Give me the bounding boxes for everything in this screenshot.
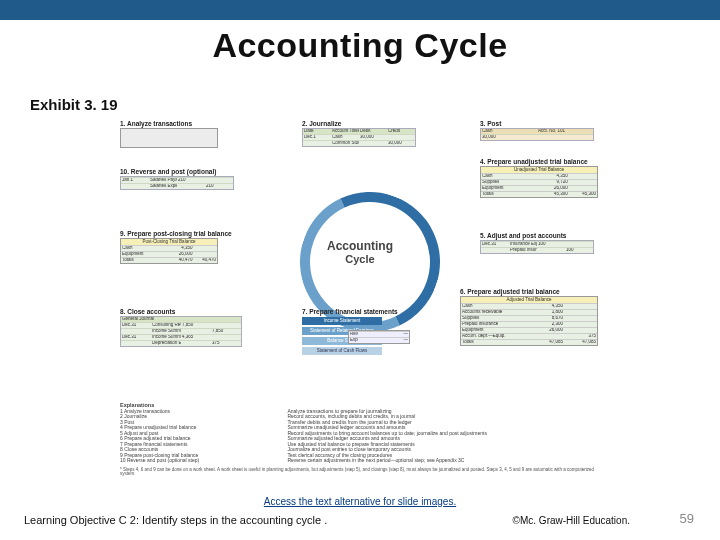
text-alternative-link[interactable]: Access the text alternative for slide im… <box>264 496 456 507</box>
step-4-unadj-tb: 4. Prepare unadjusted trial balance Unad… <box>480 158 600 198</box>
post-tb-table: Post-Closing Trial Balance Cash4,350 Equ… <box>120 238 218 264</box>
copyright-text: ©Mc. Graw-Hill Education. <box>513 515 630 526</box>
accounting-cycle-figure: 1. Analyze transactions 2. Journalize Da… <box>120 120 600 470</box>
step-10-title: 10. Reverse and post (optional) <box>120 168 250 175</box>
page-number: 59 <box>680 511 694 526</box>
step-2-title: 2. Journalize <box>302 120 422 127</box>
top-bar <box>0 0 720 20</box>
reverse-entry: Jan.1Salaries Payable210 Salaries Expens… <box>120 176 234 190</box>
closing-entries: General Journal Dec.31Consulting Revenue… <box>120 316 242 347</box>
step-6-title: 6. Prepare adjusted trial balance <box>460 288 600 295</box>
explanations-block: Explanations 1 Analyze transactions 2 Jo… <box>120 402 600 477</box>
learning-objective: Learning Objective C 2: Identify steps i… <box>24 514 327 526</box>
step-5-title: 5. Adjust and post accounts <box>480 232 600 239</box>
step-8-close: 8. Close accounts General Journal Dec.31… <box>120 308 250 347</box>
unadj-tb-table: Unadjusted Trial Balance Cash4,350 Suppl… <box>480 166 598 198</box>
col-date: Date <box>303 129 331 134</box>
step-4-title: 4. Prepare unadjusted trial balance <box>480 158 600 165</box>
col-cr: Credit <box>387 129 415 134</box>
exhibit-label: Exhibit 3. 19 <box>30 96 118 113</box>
step-9-title: 9. Prepare post-closing trial balance <box>120 230 250 237</box>
explain-right-col: Analyze transactions to prepare for jour… <box>287 409 587 464</box>
step-10-reverse: 10. Reverse and post (optional) Jan.1Sal… <box>120 168 250 190</box>
adj-tb-table: Adjusted Trial Balance Cash4,350 Account… <box>460 296 598 346</box>
step-7-title: 7. Prepare financial statements <box>302 308 398 315</box>
step-1-analyze: 1. Analyze transactions <box>120 120 240 148</box>
col-acct: Account Titles <box>331 129 359 134</box>
step-9-post-tb: 9. Prepare post-closing trial balance Po… <box>120 230 250 264</box>
cycle-center-label: Accounting Cycle <box>290 240 430 265</box>
text-alternative-link-row: Access the text alternative for slide im… <box>0 496 720 507</box>
source-doc-icon <box>120 128 218 148</box>
col-dr: Debit <box>359 129 387 134</box>
adjusting-entry: Dec.31Insurance Expense100 Prepaid Insur… <box>480 240 594 254</box>
step-3-title: 3. Post <box>480 120 600 127</box>
explain-left-col: 1 Analyze transactions 2 Journalize 3 Po… <box>120 409 280 464</box>
step-6-adj-tb: 6. Prepare adjusted trial balance Adjust… <box>460 288 600 346</box>
explain-footnote: * Steps 4, 6 and 9 can be done on a work… <box>120 468 600 478</box>
step-2-journalize: 2. Journalize Date Account Titles Debit … <box>302 120 422 147</box>
step-5-adjust: 5. Adjust and post accounts Dec.31Insura… <box>480 232 600 254</box>
journal-table: Date Account Titles Debit Credit Dec.1Ca… <box>302 128 416 147</box>
cash-flows-bar: Statement of Cash Flows <box>302 347 382 355</box>
t-account: CashAcct. No. 101 30,000 <box>480 128 594 141</box>
step-3-post: 3. Post CashAcct. No. 101 30,000 <box>480 120 600 141</box>
step-1-title: 1. Analyze transactions <box>120 120 240 127</box>
stmt-preview: Rev— Exp— <box>348 330 410 344</box>
cycle-diagram: Accounting Cycle <box>290 182 430 322</box>
slide-title: Accounting Cycle <box>0 26 720 65</box>
income-stmt-bar: Income Statement <box>302 317 382 325</box>
step-8-title: 8. Close accounts <box>120 308 250 315</box>
step-7-fin-stmts: 7. Prepare financial statements Income S… <box>302 308 398 355</box>
